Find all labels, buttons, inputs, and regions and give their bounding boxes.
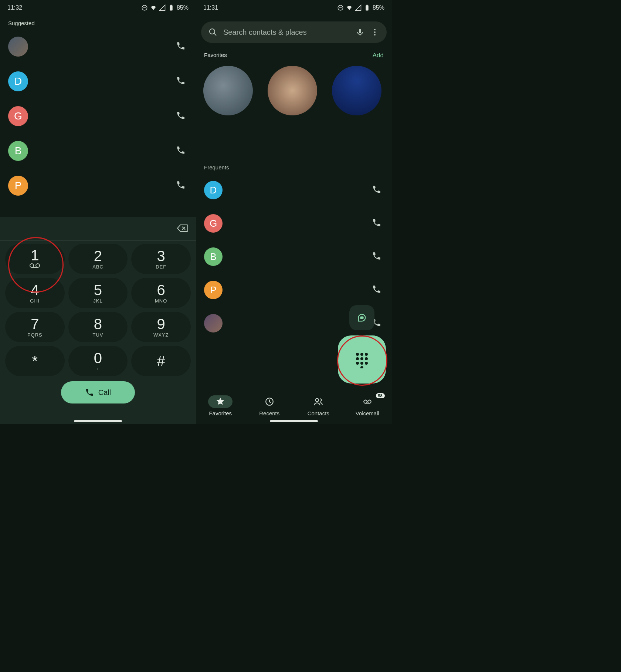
- contact-avatar: [8, 37, 28, 57]
- key-#[interactable]: #: [131, 346, 191, 376]
- status-bar: 11:31 85%: [196, 0, 392, 16]
- mic-icon[interactable]: [356, 28, 364, 37]
- key-digit: 8: [94, 317, 102, 331]
- favorite-contact[interactable]: [332, 66, 381, 115]
- contact-row[interactable]: B: [0, 134, 196, 168]
- key-letters: GHI: [30, 298, 40, 304]
- voicemail-badge: 58: [376, 393, 385, 398]
- fab-stack: [338, 305, 386, 384]
- key-digit: 1: [31, 248, 39, 263]
- key-8[interactable]: 8TUV: [68, 312, 128, 342]
- svg-point-18: [374, 34, 376, 36]
- nav-recents[interactable]: Recents: [245, 387, 294, 424]
- contact-row[interactable]: D: [0, 64, 196, 99]
- nav-voicemail[interactable]: 58 Voicemail: [343, 387, 392, 424]
- favorite-contact[interactable]: [268, 66, 317, 115]
- gesture-bar[interactable]: [196, 420, 392, 422]
- status-icons: 85%: [141, 4, 189, 11]
- call-icon[interactable]: [176, 145, 186, 156]
- key-5[interactable]: 5JKL: [68, 278, 128, 308]
- svg-line-14: [214, 33, 216, 36]
- contact-avatar: D: [8, 71, 28, 91]
- svg-point-28: [365, 362, 368, 365]
- dialpad-fab[interactable]: [338, 335, 386, 384]
- svg-point-13: [210, 29, 215, 34]
- call-button[interactable]: Call: [61, 381, 135, 403]
- svg-point-25: [365, 357, 368, 360]
- contact-avatar: P: [204, 281, 223, 299]
- svg-point-21: [360, 353, 363, 356]
- battery-percent: 85%: [373, 4, 384, 11]
- svg-point-33: [368, 400, 371, 403]
- key-digit: *: [32, 354, 38, 368]
- suggested-list: DGBP: [0, 29, 196, 203]
- backspace-icon[interactable]: [177, 222, 189, 236]
- more-icon[interactable]: [370, 28, 379, 37]
- svg-rect-19: [361, 317, 363, 319]
- nav-favorites-label: Favorites: [209, 410, 232, 416]
- key-7[interactable]: 7PQRS: [5, 312, 65, 342]
- svg-point-20: [356, 353, 359, 356]
- screen-dialer: 11:32 85% Suggested DGBP 12ABC3DEF4GHI5J…: [0, 0, 196, 424]
- frequent-row[interactable]: B: [196, 240, 392, 273]
- call-icon[interactable]: [372, 218, 381, 229]
- contact-row[interactable]: G: [0, 99, 196, 134]
- svg-point-29: [360, 366, 363, 368]
- svg-point-26: [356, 362, 359, 365]
- call-icon[interactable]: [176, 180, 186, 191]
- key-4[interactable]: 4GHI: [5, 278, 65, 308]
- key-9[interactable]: 9WXYZ: [131, 312, 191, 342]
- search-bar[interactable]: Search contacts & places: [201, 21, 387, 43]
- signal-icon: [355, 4, 362, 11]
- key-letters: ABC: [92, 264, 104, 270]
- contact-row[interactable]: P: [0, 168, 196, 203]
- nav-contacts[interactable]: Contacts: [294, 387, 343, 424]
- frequent-row[interactable]: G: [196, 207, 392, 240]
- add-favorites-button[interactable]: Add: [373, 52, 384, 59]
- dialpad-area: 12ABC3DEF4GHI5JKL6MNO7PQRS8TUV9WXYZ*0+# …: [0, 217, 196, 424]
- key-digit: 7: [31, 317, 39, 331]
- key-1[interactable]: 1: [5, 244, 65, 274]
- favorites-header: Favorites Add: [196, 47, 392, 62]
- status-time: 11:31: [203, 4, 218, 11]
- svg-rect-11: [366, 5, 369, 10]
- nav-favorites[interactable]: Favorites: [196, 387, 245, 424]
- battery-icon: [168, 4, 174, 11]
- svg-point-32: [364, 400, 367, 403]
- contact-avatar: P: [8, 176, 28, 196]
- keypad: 12ABC3DEF4GHI5JKL6MNO7PQRS8TUV9WXYZ*0+#: [0, 241, 196, 378]
- frequent-row[interactable]: P: [196, 273, 392, 307]
- key-*[interactable]: *: [5, 346, 65, 376]
- svg-point-16: [374, 29, 376, 30]
- call-icon[interactable]: [372, 284, 381, 296]
- gesture-bar[interactable]: [0, 420, 196, 422]
- battery-icon: [364, 4, 370, 11]
- svg-point-22: [365, 353, 368, 356]
- nav-voicemail-label: Voicemail: [356, 410, 379, 416]
- call-icon[interactable]: [176, 41, 186, 52]
- contact-avatar: B: [204, 247, 223, 266]
- key-0[interactable]: 0+: [68, 346, 128, 376]
- frequent-row[interactable]: D: [196, 173, 392, 207]
- key-letters: DEF: [156, 264, 166, 270]
- favorite-contact[interactable]: [203, 66, 253, 115]
- call-icon[interactable]: [176, 76, 186, 87]
- key-letters: MNO: [155, 298, 167, 304]
- dialpad-top: [0, 217, 196, 241]
- wifi-icon: [150, 4, 157, 11]
- key-digit: 6: [157, 283, 165, 297]
- video-call-fab[interactable]: [349, 305, 374, 330]
- svg-point-7: [36, 264, 40, 267]
- svg-point-23: [356, 357, 359, 360]
- call-icon[interactable]: [176, 111, 186, 122]
- key-3[interactable]: 3DEF: [131, 244, 191, 274]
- svg-point-31: [316, 398, 319, 402]
- call-label: Call: [98, 388, 111, 397]
- status-icons: 85%: [337, 4, 384, 11]
- call-icon[interactable]: [372, 185, 381, 196]
- favorites-label: Favorites: [204, 52, 227, 59]
- call-icon[interactable]: [372, 251, 381, 262]
- key-2[interactable]: 2ABC: [68, 244, 128, 274]
- contact-row[interactable]: [0, 29, 196, 64]
- key-6[interactable]: 6MNO: [131, 278, 191, 308]
